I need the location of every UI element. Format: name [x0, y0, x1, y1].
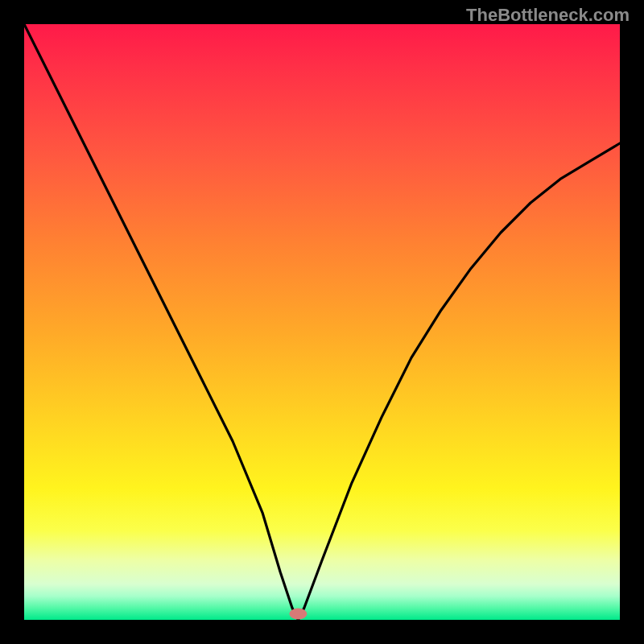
bottleneck-curve — [24, 24, 620, 620]
watermark-text: TheBottleneck.com — [466, 5, 630, 26]
optimal-marker — [289, 609, 307, 620]
plot-area — [24, 24, 620, 620]
chart-container: TheBottleneck.com — [0, 0, 644, 644]
overlay-svg — [24, 24, 620, 620]
